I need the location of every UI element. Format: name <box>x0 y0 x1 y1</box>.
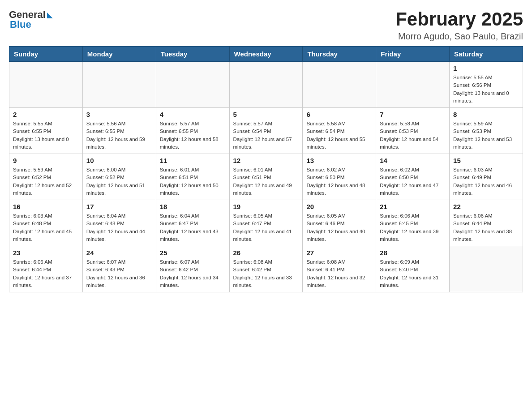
table-row: 14Sunrise: 6:02 AM Sunset: 6:50 PM Dayli… <box>376 154 450 200</box>
day-number: 18 <box>160 203 226 210</box>
day-number: 6 <box>306 111 372 118</box>
day-info: Sunrise: 6:05 AM Sunset: 6:47 PM Dayligh… <box>233 212 299 243</box>
page-subtitle: Morro Agudo, Sao Paulo, Brazil <box>395 31 523 42</box>
table-row: 2Sunrise: 5:55 AM Sunset: 6:55 PM Daylig… <box>9 108 83 154</box>
title-block: February 2025 Morro Agudo, Sao Paulo, Br… <box>395 9 523 42</box>
day-number: 8 <box>453 111 519 118</box>
table-row: 12Sunrise: 6:01 AM Sunset: 6:51 PM Dayli… <box>229 154 303 200</box>
day-info: Sunrise: 5:57 AM Sunset: 6:54 PM Dayligh… <box>233 120 299 151</box>
header-tuesday: Tuesday <box>156 47 229 62</box>
table-row: 23Sunrise: 6:06 AM Sunset: 6:44 PM Dayli… <box>9 246 83 292</box>
day-number: 19 <box>233 203 299 210</box>
calendar-week-row: 1Sunrise: 5:55 AM Sunset: 6:56 PM Daylig… <box>9 62 523 108</box>
table-row <box>156 62 229 108</box>
day-info: Sunrise: 5:55 AM Sunset: 6:55 PM Dayligh… <box>13 120 79 151</box>
calendar-week-row: 23Sunrise: 6:06 AM Sunset: 6:44 PM Dayli… <box>9 246 523 292</box>
day-number: 3 <box>86 111 152 118</box>
header-friday: Friday <box>376 47 450 62</box>
table-row: 15Sunrise: 6:03 AM Sunset: 6:49 PM Dayli… <box>450 154 523 200</box>
day-number: 1 <box>453 64 519 72</box>
day-info: Sunrise: 6:07 AM Sunset: 6:42 PM Dayligh… <box>160 258 226 289</box>
header-monday: Monday <box>82 47 156 62</box>
day-number: 28 <box>380 249 446 257</box>
table-row: 17Sunrise: 6:04 AM Sunset: 6:48 PM Dayli… <box>82 200 156 246</box>
calendar-week-row: 2Sunrise: 5:55 AM Sunset: 6:55 PM Daylig… <box>9 108 523 154</box>
day-number: 2 <box>13 111 79 118</box>
day-number: 21 <box>380 203 446 210</box>
logo: General Blue <box>9 9 53 30</box>
day-info: Sunrise: 6:05 AM Sunset: 6:46 PM Dayligh… <box>306 212 372 243</box>
calendar-table: Sunday Monday Tuesday Wednesday Thursday… <box>9 46 523 292</box>
header-sunday: Sunday <box>9 47 83 62</box>
table-row: 1Sunrise: 5:55 AM Sunset: 6:56 PM Daylig… <box>450 62 523 108</box>
day-number: 27 <box>306 249 372 257</box>
table-row: 5Sunrise: 5:57 AM Sunset: 6:54 PM Daylig… <box>229 108 303 154</box>
table-row: 13Sunrise: 6:02 AM Sunset: 6:50 PM Dayli… <box>303 154 376 200</box>
day-info: Sunrise: 5:59 AM Sunset: 6:52 PM Dayligh… <box>13 166 79 197</box>
calendar-week-row: 16Sunrise: 6:03 AM Sunset: 6:48 PM Dayli… <box>9 200 523 246</box>
day-info: Sunrise: 5:59 AM Sunset: 6:53 PM Dayligh… <box>453 120 519 151</box>
table-row <box>9 62 83 108</box>
day-info: Sunrise: 6:06 AM Sunset: 6:44 PM Dayligh… <box>13 258 79 289</box>
day-info: Sunrise: 6:08 AM Sunset: 6:42 PM Dayligh… <box>233 258 299 289</box>
table-row: 10Sunrise: 6:00 AM Sunset: 6:52 PM Dayli… <box>82 154 156 200</box>
table-row: 20Sunrise: 6:05 AM Sunset: 6:46 PM Dayli… <box>303 200 376 246</box>
table-row <box>229 62 303 108</box>
table-row: 24Sunrise: 6:07 AM Sunset: 6:43 PM Dayli… <box>82 246 156 292</box>
calendar-header-row: Sunday Monday Tuesday Wednesday Thursday… <box>9 47 523 62</box>
table-row: 8Sunrise: 5:59 AM Sunset: 6:53 PM Daylig… <box>450 108 523 154</box>
day-number: 11 <box>160 157 226 164</box>
day-number: 4 <box>160 111 226 118</box>
day-info: Sunrise: 6:00 AM Sunset: 6:52 PM Dayligh… <box>86 166 152 197</box>
day-info: Sunrise: 6:09 AM Sunset: 6:40 PM Dayligh… <box>380 258 446 289</box>
day-info: Sunrise: 5:57 AM Sunset: 6:55 PM Dayligh… <box>160 120 226 151</box>
day-info: Sunrise: 6:02 AM Sunset: 6:50 PM Dayligh… <box>306 166 372 197</box>
day-info: Sunrise: 6:02 AM Sunset: 6:50 PM Dayligh… <box>380 166 446 197</box>
day-number: 12 <box>233 157 299 164</box>
table-row: 11Sunrise: 6:01 AM Sunset: 6:51 PM Dayli… <box>156 154 229 200</box>
table-row: 27Sunrise: 6:08 AM Sunset: 6:41 PM Dayli… <box>303 246 376 292</box>
table-row: 4Sunrise: 5:57 AM Sunset: 6:55 PM Daylig… <box>156 108 229 154</box>
table-row <box>376 62 450 108</box>
day-number: 9 <box>13 157 79 164</box>
page-header: General Blue February 2025 Morro Agudo, … <box>9 9 523 42</box>
table-row: 3Sunrise: 5:56 AM Sunset: 6:55 PM Daylig… <box>82 108 156 154</box>
day-info: Sunrise: 6:06 AM Sunset: 6:45 PM Dayligh… <box>380 212 446 243</box>
header-thursday: Thursday <box>303 47 376 62</box>
day-number: 23 <box>13 249 79 257</box>
day-number: 22 <box>453 203 519 210</box>
table-row <box>82 62 156 108</box>
day-number: 24 <box>86 249 152 257</box>
day-number: 17 <box>86 203 152 210</box>
day-info: Sunrise: 6:04 AM Sunset: 6:47 PM Dayligh… <box>160 212 226 243</box>
day-number: 10 <box>86 157 152 164</box>
header-wednesday: Wednesday <box>229 47 303 62</box>
table-row: 18Sunrise: 6:04 AM Sunset: 6:47 PM Dayli… <box>156 200 229 246</box>
day-info: Sunrise: 5:56 AM Sunset: 6:55 PM Dayligh… <box>86 120 152 151</box>
day-number: 26 <box>233 249 299 257</box>
day-number: 16 <box>13 203 79 210</box>
table-row: 6Sunrise: 5:58 AM Sunset: 6:54 PM Daylig… <box>303 108 376 154</box>
header-saturday: Saturday <box>450 47 523 62</box>
table-row: 16Sunrise: 6:03 AM Sunset: 6:48 PM Dayli… <box>9 200 83 246</box>
logo-triangle-icon <box>47 13 53 18</box>
day-number: 20 <box>306 203 372 210</box>
day-number: 5 <box>233 111 299 118</box>
logo-blue-text: Blue <box>10 19 31 30</box>
day-info: Sunrise: 5:55 AM Sunset: 6:56 PM Dayligh… <box>453 74 519 105</box>
table-row: 7Sunrise: 5:58 AM Sunset: 6:53 PM Daylig… <box>376 108 450 154</box>
day-number: 13 <box>306 157 372 164</box>
day-number: 25 <box>160 249 226 257</box>
table-row <box>450 246 523 292</box>
day-info: Sunrise: 6:07 AM Sunset: 6:43 PM Dayligh… <box>86 258 152 289</box>
table-row: 22Sunrise: 6:06 AM Sunset: 6:44 PM Dayli… <box>450 200 523 246</box>
day-info: Sunrise: 6:01 AM Sunset: 6:51 PM Dayligh… <box>233 166 299 197</box>
day-info: Sunrise: 6:03 AM Sunset: 6:48 PM Dayligh… <box>13 212 79 243</box>
table-row <box>303 62 376 108</box>
day-info: Sunrise: 6:06 AM Sunset: 6:44 PM Dayligh… <box>453 212 519 243</box>
table-row: 9Sunrise: 5:59 AM Sunset: 6:52 PM Daylig… <box>9 154 83 200</box>
day-info: Sunrise: 6:08 AM Sunset: 6:41 PM Dayligh… <box>306 258 372 289</box>
day-info: Sunrise: 5:58 AM Sunset: 6:53 PM Dayligh… <box>380 120 446 151</box>
table-row: 21Sunrise: 6:06 AM Sunset: 6:45 PM Dayli… <box>376 200 450 246</box>
day-info: Sunrise: 6:01 AM Sunset: 6:51 PM Dayligh… <box>160 166 226 197</box>
